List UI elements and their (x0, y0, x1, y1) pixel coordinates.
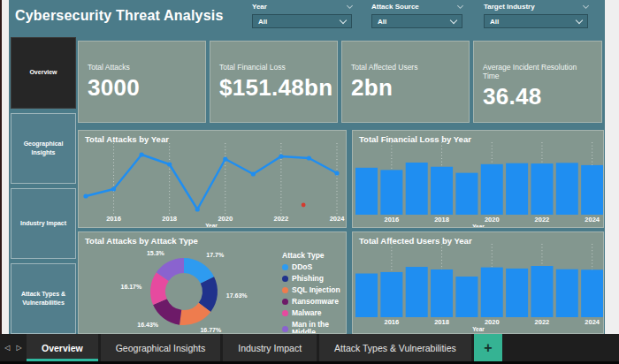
tab-label: Industry Impact (238, 343, 302, 353)
bar[interactable] (581, 269, 603, 317)
chart-title: Total Affected Users by Year (359, 236, 472, 246)
nav-label: Industry Impact (20, 219, 66, 229)
bar[interactable] (406, 267, 428, 317)
tab-overview[interactable]: Overview (27, 334, 98, 361)
tab-attack-types-vulnerabilities[interactable]: Attack Types & Vulnerabilities (319, 334, 471, 361)
legend-item[interactable]: Ransomware (282, 298, 346, 306)
svg-text:2016: 2016 (385, 216, 400, 224)
bar[interactable] (506, 269, 528, 317)
legend-item[interactable]: Malware (282, 309, 346, 317)
bar-chart-affected-users[interactable]: 20162018202020222024Year (353, 232, 604, 334)
tab-geographical-insights[interactable]: Geographical Insights (101, 334, 221, 361)
anomaly-point[interactable] (302, 203, 306, 208)
data-point[interactable] (251, 171, 256, 176)
svg-text:2020: 2020 (485, 216, 500, 224)
bar[interactable] (481, 268, 503, 317)
data-point[interactable] (111, 186, 116, 191)
svg-text:2022: 2022 (535, 318, 550, 326)
svg-text:16.17%: 16.17% (120, 284, 142, 290)
chevron-down-icon (450, 16, 457, 23)
filter-year-header[interactable]: Year (252, 2, 352, 11)
next-page-arrow-icon[interactable]: ▷ (17, 344, 22, 352)
bar-chart-financial-loss[interactable]: 20162018202020222024Year (353, 131, 604, 228)
tab-label: Overview (42, 343, 83, 353)
legend-label: Phishing (292, 275, 324, 283)
data-point[interactable] (279, 154, 283, 158)
filter-target-industry: Target Industry All (484, 2, 588, 28)
filter-attack-source-header[interactable]: Attack Source (371, 2, 462, 11)
chevron-down-icon (576, 16, 583, 23)
left-edge-strip (0, 0, 2, 334)
filter-target-industry-header[interactable]: Target Industry (484, 2, 588, 11)
bar[interactable] (556, 163, 578, 215)
data-point[interactable] (140, 152, 144, 156)
chevron-down-icon (347, 3, 353, 9)
svg-text:2022: 2022 (274, 215, 289, 223)
bar[interactable] (355, 274, 378, 317)
bar[interactable] (581, 165, 603, 215)
sidebar-item-attack-types[interactable]: Attack Types & Vulnerabilities (11, 263, 76, 334)
kpi-label: Average Incident Resolution Time (483, 63, 592, 80)
donut-legend: Attack Type DDoSPhishingSQL InjectionRan… (282, 251, 346, 334)
chart-title: Total Attacks by Attack Type (85, 236, 198, 246)
bar[interactable] (455, 277, 478, 317)
tab-label: Attack Types & Vulnerabilities (334, 343, 456, 353)
add-page-button[interactable]: + (474, 334, 502, 361)
svg-text:2018: 2018 (434, 318, 449, 326)
bar[interactable] (406, 163, 428, 215)
kpi-value: $151.48bn (219, 74, 328, 102)
data-point[interactable] (334, 171, 339, 175)
legend-item[interactable]: SQL Injection (282, 286, 346, 294)
legend-color-dot (282, 326, 288, 332)
dropdown-value: All (490, 18, 499, 26)
svg-text:15.3%: 15.3% (147, 250, 165, 256)
svg-text:16.43%: 16.43% (137, 322, 159, 328)
filter-attack-source: Attack Source All (371, 2, 462, 28)
sidebar-item-geographical-insights[interactable]: Geographical Insights (11, 113, 76, 184)
svg-text:2016: 2016 (106, 215, 121, 223)
filter-label: Attack Source (371, 3, 419, 11)
chart-title: Total Attacks by Year (85, 134, 169, 144)
target-industry-dropdown[interactable]: All (484, 14, 588, 28)
bar[interactable] (431, 167, 453, 215)
line-chart-attacks-by-year[interactable]: 20162018202020222024Year (79, 131, 347, 228)
bar[interactable] (431, 269, 453, 317)
prev-page-arrow-icon[interactable]: ◁ (4, 344, 10, 352)
filter-label: Year (252, 3, 267, 11)
data-point[interactable] (223, 156, 227, 161)
sidebar-item-overview[interactable]: Overview (11, 37, 76, 109)
bar[interactable] (481, 164, 503, 215)
chevron-down-icon (583, 3, 589, 9)
svg-text:16.77%: 16.77% (200, 327, 222, 333)
year-dropdown[interactable]: All (252, 14, 352, 28)
data-point[interactable] (83, 193, 88, 198)
bar[interactable] (556, 269, 578, 317)
tab-scroll-arrows: ◁ ▷ (0, 334, 27, 361)
data-point[interactable] (307, 155, 311, 160)
bar[interactable] (531, 266, 553, 317)
legend-item[interactable]: Phishing (282, 275, 346, 283)
bar[interactable] (380, 272, 402, 317)
svg-text:17.7%: 17.7% (206, 252, 225, 258)
bar[interactable] (506, 163, 528, 215)
data-point[interactable] (195, 207, 200, 211)
svg-text:2024: 2024 (585, 216, 600, 224)
legend-item[interactable]: DDoS (282, 263, 346, 271)
sidebar-item-industry-impact[interactable]: Industry Impact (11, 188, 76, 259)
data-point[interactable] (167, 162, 172, 166)
nav-label: Attack Types & Vulnerabilities (16, 290, 71, 308)
bar[interactable] (380, 170, 402, 215)
tab-industry-impact[interactable]: Industry Impact (223, 334, 317, 361)
attack-source-dropdown[interactable]: All (371, 14, 462, 28)
bar[interactable] (355, 168, 378, 215)
bar[interactable] (455, 173, 478, 215)
kpi-label: Total Financial Loss (219, 63, 328, 72)
chevron-down-icon (457, 3, 463, 9)
svg-text:2020: 2020 (218, 215, 233, 223)
legend-color-dot (282, 287, 288, 293)
legend-item[interactable]: Man in the Middle (282, 321, 346, 334)
line-series[interactable] (86, 155, 337, 209)
svg-text:Year: Year (205, 223, 218, 228)
dashboard: Cybersecurity Threat Analysis Year All A… (0, 0, 619, 364)
bar[interactable] (531, 163, 553, 215)
